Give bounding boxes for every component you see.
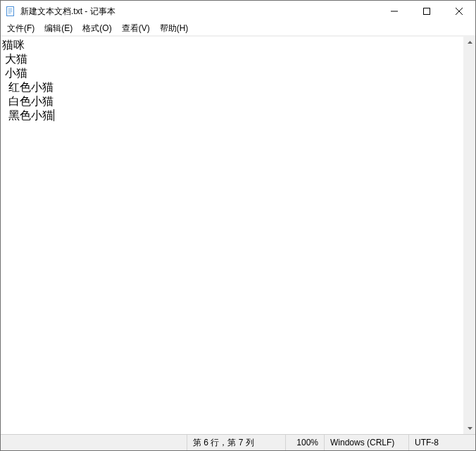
status-line-ending: Windows (CRLF) — [324, 435, 408, 450]
window-controls — [378, 1, 475, 22]
text-line[interactable]: 红色小猫 — [2, 80, 462, 94]
text-editor[interactable]: 猫咪 大猫 小猫 红色小猫 白色小猫 黑色小猫 — [1, 37, 463, 434]
maximize-button[interactable] — [411, 1, 443, 22]
text-line[interactable]: 黑色小猫 — [2, 109, 462, 123]
status-spacer — [1, 435, 187, 450]
vertical-scrollbar[interactable] — [463, 37, 475, 434]
status-position: 第 6 行，第 7 列 — [187, 435, 285, 450]
content-area: 猫咪 大猫 小猫 红色小猫 白色小猫 黑色小猫 — [1, 36, 475, 434]
status-encoding: UTF-8 — [408, 435, 475, 450]
text-line[interactable]: 白色小猫 — [2, 94, 462, 109]
window-title: 新建文本文档.txt - 记事本 — [20, 6, 115, 18]
minimize-button[interactable] — [378, 1, 411, 22]
svg-rect-6 — [424, 8, 430, 15]
notepad-window: 新建文本文档.txt - 记事本 文件(F) 编辑(E) 格式(O) 查看(V)… — [0, 0, 476, 451]
text-caret — [54, 109, 54, 121]
text-line[interactable]: 大猫 — [2, 52, 462, 66]
menu-edit[interactable]: 编辑(E) — [39, 22, 77, 35]
scroll-up-icon[interactable] — [464, 37, 475, 49]
menu-format[interactable]: 格式(O) — [77, 22, 116, 35]
statusbar: 第 6 行，第 7 列 100% Windows (CRLF) UTF-8 — [1, 434, 475, 450]
menu-help[interactable]: 帮助(H) — [155, 22, 194, 35]
menu-view[interactable]: 查看(V) — [117, 22, 155, 35]
text-line[interactable]: 猫咪 — [2, 38, 462, 52]
text-line[interactable]: 小猫 — [2, 66, 462, 80]
menubar: 文件(F) 编辑(E) 格式(O) 查看(V) 帮助(H) — [1, 22, 475, 36]
menu-file[interactable]: 文件(F) — [2, 22, 39, 35]
status-zoom: 100% — [285, 435, 324, 450]
close-button[interactable] — [443, 1, 475, 22]
titlebar[interactable]: 新建文本文档.txt - 记事本 — [1, 1, 475, 22]
app-icon — [5, 6, 16, 17]
scroll-down-icon[interactable] — [464, 422, 475, 434]
scroll-track[interactable] — [464, 49, 475, 422]
